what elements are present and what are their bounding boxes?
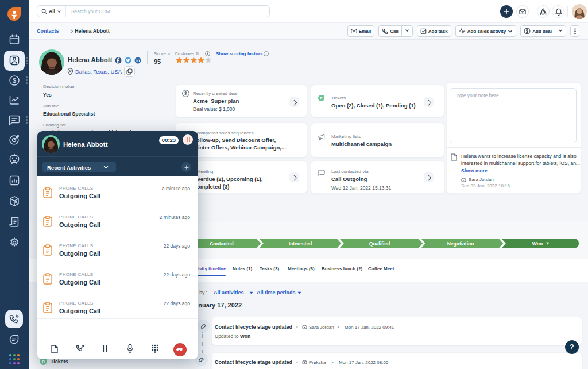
svg-text:Qualified: Qualified: [369, 241, 390, 247]
svg-text:Interested: Interested: [289, 241, 312, 247]
svg-text:Contacted: Contacted: [210, 241, 234, 247]
svg-text:$: $: [13, 77, 16, 84]
svg-text:Negotiation: Negotiation: [447, 241, 474, 247]
svg-text:Won: Won: [532, 241, 543, 247]
